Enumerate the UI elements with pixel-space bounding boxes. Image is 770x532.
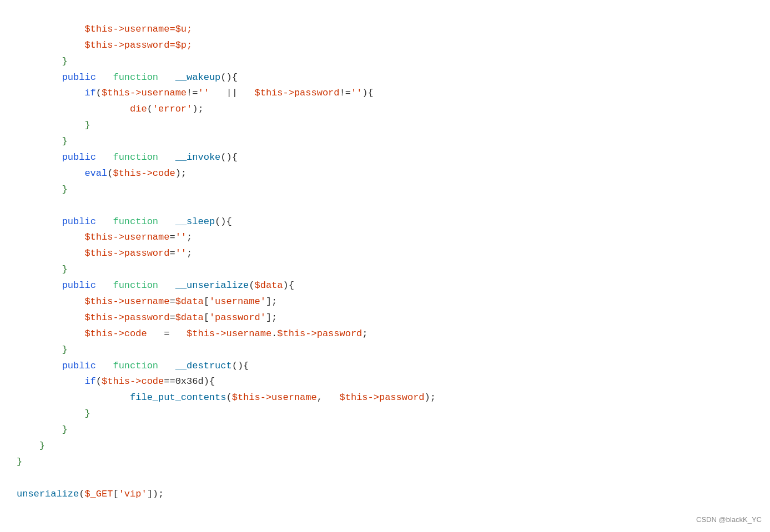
code-line-10: eval($this->code); xyxy=(17,168,187,179)
code-line-22: public function __destruct(){ xyxy=(17,361,249,371)
code-line-19: $this->password=$data['password']; xyxy=(17,312,277,323)
code-line-4: public function __wakeup(){ xyxy=(17,72,238,83)
code-line-11: } xyxy=(17,184,68,195)
code-line-28: } xyxy=(17,457,22,467)
code-line-23: if($this->code==0x36d){ xyxy=(17,376,215,387)
code-line-14: $this->username=''; xyxy=(17,232,192,242)
code-line-17: public function __unserialize($data){ xyxy=(17,280,294,291)
code-line-27: } xyxy=(17,440,45,451)
code-line-21: } xyxy=(17,344,68,355)
code-line-6: die('error'); xyxy=(17,104,204,114)
code-line-5: if($this->username!='' || $this->passwor… xyxy=(17,88,374,98)
code-line-9: public function __invoke(){ xyxy=(17,152,238,163)
code-line-24: file_put_contents($this->username, $this… xyxy=(17,392,436,403)
code-container: $this->username=$u; $this->password=$p; … xyxy=(0,0,770,532)
code-line-2: $this->password=$p; xyxy=(17,40,192,50)
watermark: CSDN @blackK_YC xyxy=(696,515,762,524)
code-line-3: } xyxy=(17,56,68,67)
code-line-13: public function __sleep(){ xyxy=(17,216,232,227)
code-line-7: } xyxy=(17,120,90,130)
code-line-15: $this->password=''; xyxy=(17,248,192,259)
code-line-26: } xyxy=(17,424,68,435)
code-line-1: $this->username=$u; xyxy=(17,24,192,34)
code-block: $this->username=$u; $this->password=$p; … xyxy=(0,6,770,519)
code-line-18: $this->username=$data['username']; xyxy=(17,296,277,307)
code-line-30: unserialize($_GET['vip']); xyxy=(17,489,164,499)
code-line-8: } xyxy=(17,136,68,146)
code-line-25: } xyxy=(17,408,90,419)
code-line-16: } xyxy=(17,264,68,275)
code-line-20: $this->code = $this->username.$this->pas… xyxy=(17,328,368,339)
